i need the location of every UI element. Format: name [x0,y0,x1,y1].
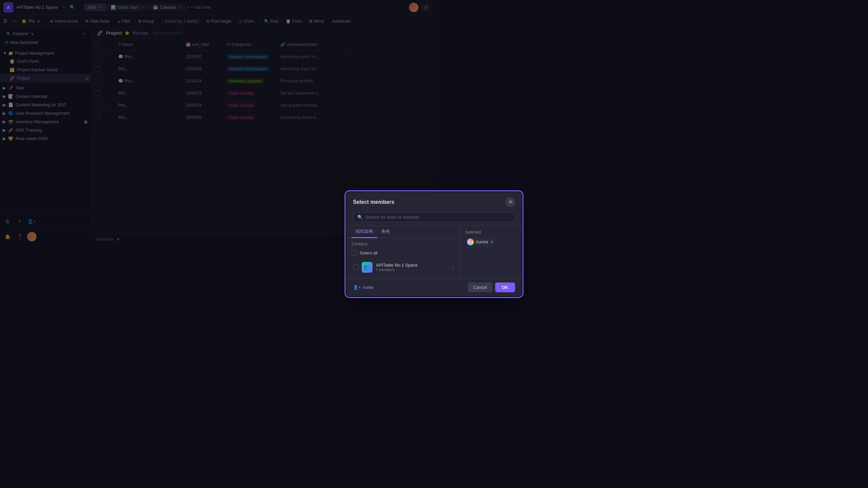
modal-header: Select members ✕ [346,192,434,212]
modal-body: 组织架构 角色 Contacts Select all 👥 [346,225,434,244]
modal-overlay: Select members ✕ 🔍 组织架构 角色 Contacts [0,0,434,244]
modal-search-input[interactable] [365,215,434,220]
tab-org-structure[interactable]: 组织架构 [352,226,377,238]
modal-contacts: Contacts Select all 👥 APITable No.1 Spac… [346,238,434,244]
modal-tabs: 组织架构 角色 [346,226,434,238]
tab-role[interactable]: 角色 [377,226,394,238]
modal-title: Select members [353,199,394,205]
modal-left-panel: 组织架构 角色 Contacts Select all 👥 [346,226,434,244]
search-magnifier-icon: 🔍 [357,215,363,220]
contacts-label: Contacts [352,242,434,244]
modal-search-bar: 🔍 [353,212,434,222]
select-members-modal: Select members ✕ 🔍 组织架构 角色 Contacts [346,192,434,244]
